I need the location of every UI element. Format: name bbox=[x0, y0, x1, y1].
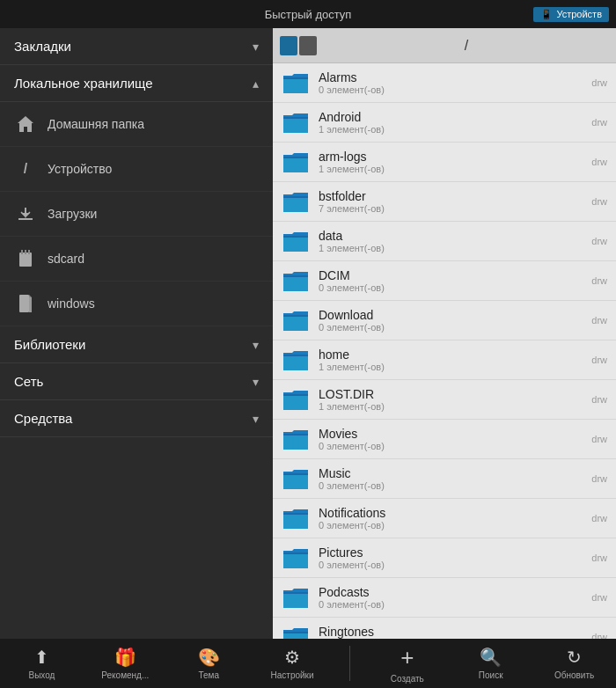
sidebar-local-storage-header[interactable]: Локальное хранилище ▴ bbox=[0, 65, 273, 102]
file-item[interactable]: Podcasts 0 элемент(-ов) drw bbox=[273, 578, 616, 618]
file-item[interactable]: home 1 элемент(-ов) drw bbox=[273, 340, 616, 380]
home-icon bbox=[14, 113, 37, 135]
file-meta: 0 элемент(-ов) bbox=[319, 84, 583, 95]
file-item[interactable]: Android 1 элемент(-ов) drw bbox=[273, 103, 616, 143]
sidebar-item-home[interactable]: Домашняя папка bbox=[0, 102, 273, 147]
file-item[interactable]: Movies 0 элемент(-ов) drw bbox=[273, 420, 616, 459]
bottom-item-theme[interactable]: 🎨 Тема bbox=[182, 647, 235, 680]
file-perm: drw bbox=[591, 196, 607, 207]
windows-label: windows bbox=[48, 296, 95, 311]
sidebar-item-sdcard[interactable]: sdcard bbox=[0, 237, 273, 282]
recommend-label: Рекоменд... bbox=[101, 670, 149, 680]
file-info: Alarms 0 элемент(-ов) bbox=[319, 70, 583, 95]
file-item[interactable]: Notifications 0 элемент(-ов) drw bbox=[273, 499, 616, 538]
sidebar-item-downloads[interactable]: Загрузки bbox=[0, 192, 273, 237]
bottom-item-create[interactable]: + Создать bbox=[381, 644, 434, 684]
bottom-separator bbox=[349, 646, 350, 681]
file-item[interactable]: Music 0 элемент(-ов) drw bbox=[273, 459, 616, 499]
sdcard-label: sdcard bbox=[48, 252, 84, 266]
file-item[interactable]: Ringtones 0 элемент(-ов) drw bbox=[273, 618, 616, 639]
svg-rect-9 bbox=[19, 295, 29, 312]
exit-icon: ⬆ bbox=[34, 647, 49, 668]
svg-rect-6 bbox=[21, 250, 23, 254]
file-perm: drw bbox=[591, 473, 607, 484]
bottom-item-exit[interactable]: ⬆ Выход bbox=[15, 647, 68, 680]
file-perm: drw bbox=[591, 157, 607, 167]
bottom-item-search[interactable]: 🔍 Поиск bbox=[465, 647, 517, 680]
file-item[interactable]: DCIM 0 элемент(-ов) drw bbox=[273, 261, 616, 301]
file-item[interactable]: Download 0 элемент(-ов) drw bbox=[273, 301, 616, 340]
file-meta: 1 элемент(-ов) bbox=[319, 401, 583, 412]
refresh-icon: ↻ bbox=[567, 647, 582, 668]
device-label: Устройство bbox=[48, 162, 112, 176]
file-info: Android 1 элемент(-ов) bbox=[319, 110, 583, 135]
file-info: Notifications 0 элемент(-ов) bbox=[319, 506, 583, 531]
file-perm: drw bbox=[591, 434, 607, 444]
sidebar-item-windows[interactable]: windows bbox=[0, 282, 273, 326]
tools-label: Средства bbox=[14, 411, 72, 426]
file-perm: drw bbox=[591, 275, 607, 286]
file-name: Podcasts bbox=[319, 585, 583, 599]
file-perm: drw bbox=[591, 632, 607, 639]
tools-arrow-icon: ▾ bbox=[253, 412, 259, 426]
file-info: DCIM 0 элемент(-ов) bbox=[319, 268, 583, 293]
network-arrow-icon: ▾ bbox=[253, 375, 259, 389]
sidebar-network-header[interactable]: Сеть ▾ bbox=[0, 363, 273, 400]
file-info: Download 0 элемент(-ов) bbox=[319, 308, 583, 333]
file-perm: drw bbox=[591, 592, 607, 603]
file-meta: 0 элемент(-ов) bbox=[319, 599, 583, 610]
create-label: Создать bbox=[391, 674, 424, 684]
device-label: Устройств bbox=[556, 9, 602, 19]
file-name: bstfolder bbox=[319, 189, 583, 203]
file-info: LOST.DIR 1 элемент(-ов) bbox=[319, 387, 583, 412]
bottom-item-refresh[interactable]: ↻ Обновить bbox=[548, 647, 601, 680]
svg-rect-5 bbox=[19, 253, 32, 267]
downloads-icon bbox=[14, 202, 37, 225]
settings-label: Настройки bbox=[271, 670, 314, 680]
file-perm: drw bbox=[591, 553, 607, 563]
sidebar-bookmarks-header[interactable]: Закладки ▾ bbox=[0, 28, 273, 65]
local-storage-arrow-icon: ▴ bbox=[253, 77, 259, 91]
theme-label: Тема bbox=[198, 670, 219, 680]
file-perm: drw bbox=[591, 315, 607, 326]
file-name: Alarms bbox=[319, 70, 583, 84]
sidebar-libraries-header[interactable]: Библиотеки ▾ bbox=[0, 326, 273, 363]
file-info: arm-logs 1 элемент(-ов) bbox=[319, 150, 583, 174]
sidebar-item-device[interactable]: / Устройство bbox=[0, 147, 273, 192]
bookmarks-arrow-icon: ▾ bbox=[253, 40, 259, 54]
folder-icon bbox=[282, 150, 310, 174]
file-meta: 7 элемент(-ов) bbox=[319, 203, 583, 214]
panel-toggle-right bbox=[299, 36, 317, 55]
folder-icon bbox=[282, 545, 310, 570]
bottom-item-settings[interactable]: ⚙ Настройки bbox=[266, 647, 319, 680]
create-icon: + bbox=[400, 644, 414, 671]
bottom-item-recommend[interactable]: 🎁 Рекоменд... bbox=[99, 647, 151, 680]
device-button[interactable]: 📱 Устройств bbox=[533, 7, 609, 22]
file-item[interactable]: Pictures 0 элемент(-ов) drw bbox=[273, 538, 616, 578]
file-name: Android bbox=[319, 110, 583, 124]
search-label: Поиск bbox=[479, 670, 503, 680]
file-meta: 0 элемент(-ов) bbox=[319, 322, 583, 333]
file-item[interactable]: data 1 элемент(-ов) drw bbox=[273, 222, 616, 261]
top-bar: Быстрый доступ 📱 Устройств bbox=[0, 0, 616, 28]
file-item[interactable]: LOST.DIR 1 элемент(-ов) drw bbox=[273, 380, 616, 420]
folder-icon bbox=[282, 348, 310, 372]
file-meta: 1 элемент(-ов) bbox=[319, 124, 583, 135]
svg-marker-4 bbox=[21, 213, 30, 217]
folder-icon bbox=[282, 229, 310, 253]
file-name: Download bbox=[319, 308, 583, 322]
windows-file-icon bbox=[14, 292, 37, 315]
file-item[interactable]: arm-logs 1 элемент(-ов) drw bbox=[273, 143, 616, 182]
file-item[interactable]: Alarms 0 элемент(-ов) drw bbox=[273, 63, 616, 103]
folder-icon bbox=[282, 427, 310, 451]
file-info: Podcasts 0 элемент(-ов) bbox=[319, 585, 583, 610]
bottom-bar-right: ⬆ Выход 🎁 Рекоменд... 🎨 Тема ⚙ Настройки… bbox=[0, 639, 616, 688]
sdcard-icon bbox=[14, 247, 37, 270]
panel-toggle[interactable] bbox=[280, 36, 317, 55]
file-list: Alarms 0 элемент(-ов) drw Android 1 элем… bbox=[273, 63, 616, 639]
file-item[interactable]: bstfolder 7 элемент(-ов) drw bbox=[273, 182, 616, 222]
libraries-label: Библиотеки bbox=[14, 337, 85, 352]
sidebar-tools-header[interactable]: Средства ▾ bbox=[0, 400, 273, 437]
file-name: LOST.DIR bbox=[319, 387, 583, 401]
home-label: Домашняя папка bbox=[48, 117, 144, 131]
